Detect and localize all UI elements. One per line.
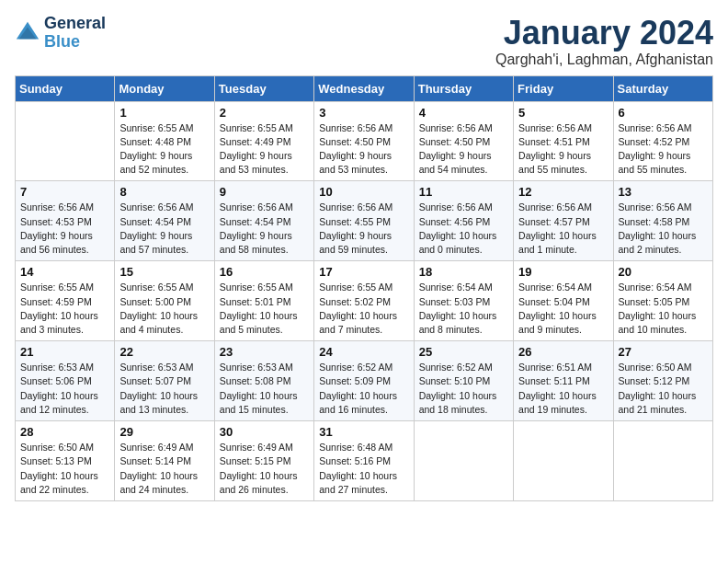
day-detail: Sunrise: 6:56 AMSunset: 4:54 PMDaylight:… [220, 201, 309, 257]
day-detail: Sunrise: 6:49 AMSunset: 5:14 PMDaylight:… [119, 441, 209, 497]
calendar-title: January 2024 [495, 15, 713, 52]
day-header-friday: Friday [514, 75, 613, 101]
day-detail: Sunrise: 6:56 AMSunset: 4:53 PMDaylight:… [20, 201, 109, 257]
calendar-week-5: 28Sunrise: 6:50 AMSunset: 5:13 PMDayligh… [16, 421, 713, 501]
calendar-cell: 10Sunrise: 6:56 AMSunset: 4:55 PMDayligh… [314, 181, 414, 261]
day-number: 6 [619, 106, 708, 120]
calendar-cell: 29Sunrise: 6:49 AMSunset: 5:14 PMDayligh… [115, 421, 214, 501]
day-detail: Sunrise: 6:55 AMSunset: 4:49 PMDaylight:… [220, 121, 309, 178]
day-number: 3 [319, 106, 408, 120]
calendar-cell: 16Sunrise: 6:55 AMSunset: 5:01 PMDayligh… [214, 261, 313, 341]
calendar-week-1: 1Sunrise: 6:55 AMSunset: 4:48 PMDaylight… [16, 101, 713, 181]
calendar-cell: 7Sunrise: 6:56 AMSunset: 4:53 PMDaylight… [16, 181, 115, 261]
day-number: 30 [220, 425, 309, 439]
day-number: 22 [119, 345, 209, 359]
logo: General Blue [15, 15, 106, 52]
day-number: 2 [220, 106, 309, 120]
calendar-cell [16, 101, 115, 181]
calendar-cell: 30Sunrise: 6:49 AMSunset: 5:15 PMDayligh… [214, 421, 313, 501]
day-detail: Sunrise: 6:53 AMSunset: 5:08 PMDaylight:… [220, 361, 309, 417]
day-header-saturday: Saturday [613, 75, 712, 101]
day-number: 29 [119, 425, 209, 439]
day-header-tuesday: Tuesday [214, 75, 313, 101]
day-detail: Sunrise: 6:56 AMSunset: 4:54 PMDaylight:… [119, 201, 209, 257]
day-detail: Sunrise: 6:53 AMSunset: 5:07 PMDaylight:… [119, 361, 209, 417]
calendar-cell [514, 421, 613, 501]
day-number: 31 [319, 425, 408, 439]
calendar-cell: 8Sunrise: 6:56 AMSunset: 4:54 PMDaylight… [115, 181, 214, 261]
calendar-cell: 26Sunrise: 6:51 AMSunset: 5:11 PMDayligh… [514, 341, 613, 421]
calendar-week-2: 7Sunrise: 6:56 AMSunset: 4:53 PMDaylight… [16, 181, 713, 261]
day-detail: Sunrise: 6:51 AMSunset: 5:11 PMDaylight:… [518, 361, 608, 417]
calendar-cell: 18Sunrise: 6:54 AMSunset: 5:03 PMDayligh… [414, 261, 513, 341]
day-detail: Sunrise: 6:49 AMSunset: 5:15 PMDaylight:… [220, 441, 309, 497]
calendar-cell: 22Sunrise: 6:53 AMSunset: 5:07 PMDayligh… [115, 341, 214, 421]
calendar-cell: 3Sunrise: 6:56 AMSunset: 4:50 PMDaylight… [314, 101, 414, 181]
day-detail: Sunrise: 6:55 AMSunset: 4:59 PMDaylight:… [20, 281, 109, 337]
day-number: 21 [20, 345, 109, 359]
day-number: 26 [518, 345, 608, 359]
day-number: 11 [419, 185, 508, 199]
calendar-cell: 27Sunrise: 6:50 AMSunset: 5:12 PMDayligh… [613, 341, 712, 421]
day-detail: Sunrise: 6:56 AMSunset: 4:55 PMDaylight:… [319, 201, 408, 257]
day-detail: Sunrise: 6:54 AMSunset: 5:03 PMDaylight:… [419, 281, 508, 337]
day-detail: Sunrise: 6:52 AMSunset: 5:09 PMDaylight:… [319, 361, 408, 417]
day-detail: Sunrise: 6:55 AMSunset: 4:48 PMDaylight:… [119, 121, 209, 178]
logo-line1: General [44, 15, 106, 33]
calendar-cell [414, 421, 513, 501]
day-number: 24 [319, 345, 408, 359]
day-number: 20 [619, 265, 708, 279]
calendar-cell: 20Sunrise: 6:54 AMSunset: 5:05 PMDayligh… [613, 261, 712, 341]
day-detail: Sunrise: 6:53 AMSunset: 5:06 PMDaylight:… [20, 361, 109, 417]
calendar-cell: 11Sunrise: 6:56 AMSunset: 4:56 PMDayligh… [414, 181, 513, 261]
calendar-cell: 21Sunrise: 6:53 AMSunset: 5:06 PMDayligh… [16, 341, 115, 421]
day-detail: Sunrise: 6:50 AMSunset: 5:12 PMDaylight:… [619, 361, 708, 417]
day-number: 8 [119, 185, 209, 199]
calendar-cell: 2Sunrise: 6:55 AMSunset: 4:49 PMDaylight… [214, 101, 313, 181]
day-number: 7 [20, 185, 109, 199]
calendar-cell: 9Sunrise: 6:56 AMSunset: 4:54 PMDaylight… [214, 181, 313, 261]
calendar-table: SundayMondayTuesdayWednesdayThursdayFrid… [15, 75, 713, 501]
day-number: 4 [419, 106, 508, 120]
day-number: 27 [619, 345, 708, 359]
calendar-subtitle: Qarghah'i, Laghman, Afghanistan [495, 52, 713, 68]
day-number: 18 [419, 265, 508, 279]
title-block: January 2024 Qarghah'i, Laghman, Afghani… [495, 15, 713, 68]
calendar-cell: 19Sunrise: 6:54 AMSunset: 5:04 PMDayligh… [514, 261, 613, 341]
day-header-monday: Monday [115, 75, 214, 101]
calendar-cell: 31Sunrise: 6:48 AMSunset: 5:16 PMDayligh… [314, 421, 414, 501]
calendar-cell: 6Sunrise: 6:56 AMSunset: 4:52 PMDaylight… [613, 101, 712, 181]
calendar-cell: 28Sunrise: 6:50 AMSunset: 5:13 PMDayligh… [16, 421, 115, 501]
calendar-cell: 12Sunrise: 6:56 AMSunset: 4:57 PMDayligh… [514, 181, 613, 261]
calendar-week-3: 14Sunrise: 6:55 AMSunset: 4:59 PMDayligh… [16, 261, 713, 341]
day-detail: Sunrise: 6:55 AMSunset: 5:01 PMDaylight:… [220, 281, 309, 337]
calendar-cell [613, 421, 712, 501]
calendar-cell: 24Sunrise: 6:52 AMSunset: 5:09 PMDayligh… [314, 341, 414, 421]
day-number: 14 [20, 265, 109, 279]
calendar-cell: 17Sunrise: 6:55 AMSunset: 5:02 PMDayligh… [314, 261, 414, 341]
day-number: 23 [220, 345, 309, 359]
day-detail: Sunrise: 6:55 AMSunset: 5:02 PMDaylight:… [319, 281, 408, 337]
day-number: 12 [518, 185, 608, 199]
day-detail: Sunrise: 6:50 AMSunset: 5:13 PMDaylight:… [20, 441, 109, 497]
day-detail: Sunrise: 6:52 AMSunset: 5:10 PMDaylight:… [419, 361, 508, 417]
day-number: 28 [20, 425, 109, 439]
calendar-cell: 5Sunrise: 6:56 AMSunset: 4:51 PMDaylight… [514, 101, 613, 181]
day-detail: Sunrise: 6:54 AMSunset: 5:04 PMDaylight:… [518, 281, 608, 337]
day-number: 19 [518, 265, 608, 279]
day-detail: Sunrise: 6:56 AMSunset: 4:56 PMDaylight:… [419, 201, 508, 257]
calendar-cell: 23Sunrise: 6:53 AMSunset: 5:08 PMDayligh… [214, 341, 313, 421]
day-number: 10 [319, 185, 408, 199]
day-header-sunday: Sunday [16, 75, 115, 101]
logo-line2: Blue [44, 33, 106, 52]
day-detail: Sunrise: 6:48 AMSunset: 5:16 PMDaylight:… [319, 441, 408, 497]
calendar-cell: 25Sunrise: 6:52 AMSunset: 5:10 PMDayligh… [414, 341, 513, 421]
day-detail: Sunrise: 6:56 AMSunset: 4:50 PMDaylight:… [419, 121, 508, 178]
calendar-cell: 4Sunrise: 6:56 AMSunset: 4:50 PMDaylight… [414, 101, 513, 181]
calendar-cell: 14Sunrise: 6:55 AMSunset: 4:59 PMDayligh… [16, 261, 115, 341]
day-detail: Sunrise: 6:56 AMSunset: 4:58 PMDaylight:… [619, 201, 708, 257]
day-detail: Sunrise: 6:55 AMSunset: 5:00 PMDaylight:… [119, 281, 209, 337]
day-number: 16 [220, 265, 309, 279]
day-number: 15 [119, 265, 209, 279]
day-number: 1 [119, 106, 209, 120]
